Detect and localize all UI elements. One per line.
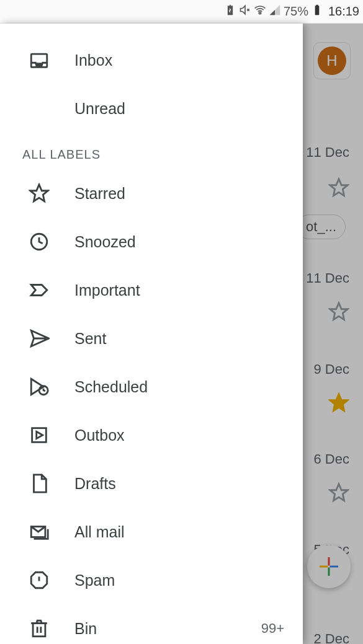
- nav-item-spam[interactable]: Spam: [0, 556, 303, 604]
- nav-label: Spam: [74, 571, 303, 589]
- clock-time: 16:19: [328, 4, 359, 19]
- nav-item-drafts[interactable]: Drafts: [0, 459, 303, 508]
- nav-label: Scheduled: [74, 378, 303, 396]
- nav-label: Drafts: [74, 475, 303, 493]
- nav-item-inbox[interactable]: Inbox: [0, 36, 303, 84]
- nav-count: 99+: [261, 620, 284, 637]
- important-icon: [27, 280, 51, 301]
- nav-item-outbox[interactable]: Outbox: [0, 411, 303, 459]
- wifi-icon: [254, 4, 266, 19]
- svg-rect-9: [33, 624, 45, 637]
- drafts-icon: [27, 473, 51, 494]
- scheduled-icon: [27, 376, 51, 397]
- nav-label: Starred: [74, 185, 303, 203]
- outbox-icon: [27, 425, 51, 446]
- star-icon: [27, 183, 51, 204]
- trash-icon: [27, 618, 51, 639]
- allmail-icon: [27, 521, 51, 542]
- nav-item-sent[interactable]: Sent: [0, 314, 303, 363]
- battery-percent: 75%: [284, 4, 308, 19]
- spam-icon: [27, 570, 51, 591]
- nav-label: All mail: [74, 523, 303, 541]
- inbox-icon: [27, 50, 51, 71]
- battery-icon: [311, 4, 323, 19]
- nav-item-unread[interactable]: Unread: [0, 84, 303, 133]
- section-all-labels: ALL LABELS: [0, 133, 303, 169]
- nav-item-important[interactable]: Important: [0, 266, 303, 314]
- status-bar: 75% 16:19: [0, 0, 363, 24]
- nav-item-starred[interactable]: Starred: [0, 169, 303, 218]
- send-icon: [27, 328, 51, 349]
- nav-item-snoozed[interactable]: Snoozed: [0, 218, 303, 266]
- nav-label: Unread: [74, 100, 303, 118]
- nav-label: Outbox: [74, 426, 303, 444]
- nav-label: Inbox: [74, 51, 303, 69]
- signal-icon: [269, 4, 281, 19]
- nav-label: Important: [74, 281, 303, 299]
- nav-item-scheduled[interactable]: Scheduled: [0, 363, 303, 411]
- nav-item-allmail[interactable]: All mail: [0, 508, 303, 556]
- nav-label: Snoozed: [74, 233, 303, 251]
- nav-label: Sent: [74, 330, 303, 348]
- nav-item-bin[interactable]: Bin 99+: [0, 604, 303, 644]
- battery-saver-icon: [224, 4, 236, 19]
- clock-icon: [27, 231, 51, 252]
- nav-label: Bin: [74, 620, 261, 638]
- navigation-drawer: Inbox Unread ALL LABELS Starred Snoozed …: [0, 24, 303, 644]
- mute-vibrate-icon: [239, 4, 251, 19]
